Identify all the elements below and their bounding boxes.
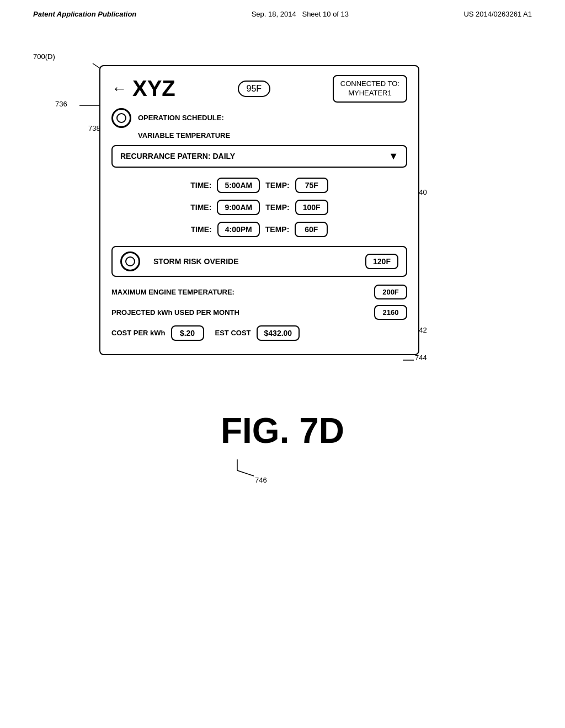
time-label-3: TIME: xyxy=(191,225,212,234)
storm-risk-knob[interactable] xyxy=(120,251,140,271)
knob-inner xyxy=(116,113,126,123)
svg-line-7 xyxy=(237,470,254,476)
variable-temp-label: VARIABLE TEMPERATURE xyxy=(138,131,407,140)
time-value-3[interactable]: 4:00PM xyxy=(217,222,260,237)
operation-knob[interactable] xyxy=(111,108,131,128)
time-value-1[interactable]: 5:00AM xyxy=(217,178,260,193)
time-label-2: TIME: xyxy=(190,203,211,212)
projected-kwh-value[interactable]: 2160 xyxy=(374,305,407,320)
figure-label: FIG. 7D xyxy=(0,410,565,451)
recurrence-dropdown[interactable]: RECURRANCE PATERN: DAILY ▼ xyxy=(111,145,407,168)
storm-risk-label: STORM RISK OVERIDE xyxy=(153,257,359,266)
device-panel: ← XYZ 95F CONNECTED TO: MYHEATER1 OPERAT… xyxy=(99,65,419,355)
time-value-2[interactable]: 9:00AM xyxy=(217,200,260,215)
time-temp-row-3: TIME: 4:00PM TEMP: 60F xyxy=(111,222,407,237)
main-content: 700(D) 736 738 740 742 744 746 ← XYZ 95F… xyxy=(0,24,565,366)
ref-738: 738 xyxy=(88,124,100,132)
cost-per-kwh-value[interactable]: $.20 xyxy=(171,325,204,341)
connected-box: CONNECTED TO: MYHEATER1 xyxy=(333,75,407,103)
page-header: Patent Application Publication Sep. 18, … xyxy=(0,0,565,24)
time-temp-row-2: TIME: 9:00AM TEMP: 100F xyxy=(111,200,407,215)
storm-knob-inner xyxy=(125,256,135,266)
storm-risk-row: STORM RISK OVERIDE 120F xyxy=(111,246,407,277)
time-temp-row-1: TIME: 5:00AM TEMP: 75F xyxy=(111,178,407,193)
ref-736: 736 xyxy=(55,100,67,108)
diagram-label: 700(D) xyxy=(33,52,55,61)
temperature-pill[interactable]: 95F xyxy=(238,81,271,97)
projected-kwh-label: PROJECTED kWh USED PER MONTH xyxy=(111,308,369,317)
cost-row: COST PER kWh $.20 EST COST $432.00 xyxy=(111,325,407,341)
patent-number: US 2014/0263261 A1 xyxy=(463,10,532,18)
est-cost-value[interactable]: $432.00 xyxy=(257,325,300,341)
cost-per-kwh-label: COST PER kWh xyxy=(111,329,166,337)
dropdown-arrow-icon: ▼ xyxy=(388,151,398,162)
max-engine-value[interactable]: 200F xyxy=(374,285,407,299)
panel-xyz-section: ← XYZ xyxy=(111,76,175,101)
temp-value-2[interactable]: 100F xyxy=(295,200,328,215)
time-temp-section: TIME: 5:00AM TEMP: 75F TIME: 9:00AM TEMP… xyxy=(111,178,407,237)
est-cost-label: EST COST xyxy=(215,329,251,337)
temp-value-3[interactable]: 60F xyxy=(295,222,328,237)
temp-label-3: TEMP: xyxy=(265,225,290,234)
publication-label: Patent Application Publication xyxy=(33,10,136,18)
time-label-1: TIME: xyxy=(190,181,211,190)
temp-value-1[interactable]: 75F xyxy=(295,178,328,193)
temp-label-1: TEMP: xyxy=(265,181,290,190)
back-arrow-icon[interactable]: ← xyxy=(111,80,127,98)
operation-schedule-label: OPERATION SCHEDULE: xyxy=(138,114,224,122)
projected-kwh-row: PROJECTED kWh USED PER MONTH 2160 xyxy=(111,305,407,320)
temp-label-2: TEMP: xyxy=(265,203,290,212)
recurrence-label: RECURRANCE PATERN: DAILY xyxy=(120,152,235,160)
panel-top-row: ← XYZ 95F CONNECTED TO: MYHEATER1 xyxy=(111,75,407,103)
storm-risk-value[interactable]: 120F xyxy=(365,254,398,269)
ref-746: 746 xyxy=(255,476,267,484)
xyz-label: XYZ xyxy=(132,76,175,101)
operation-row: OPERATION SCHEDULE: xyxy=(111,108,407,128)
max-engine-row: MAXIMUM ENGINE TEMPERATURE: 200F xyxy=(111,285,407,299)
max-engine-label: MAXIMUM ENGINE TEMPERATURE: xyxy=(111,288,369,296)
date-label: Sep. 18, 2014 Sheet 10 of 13 xyxy=(252,10,349,18)
